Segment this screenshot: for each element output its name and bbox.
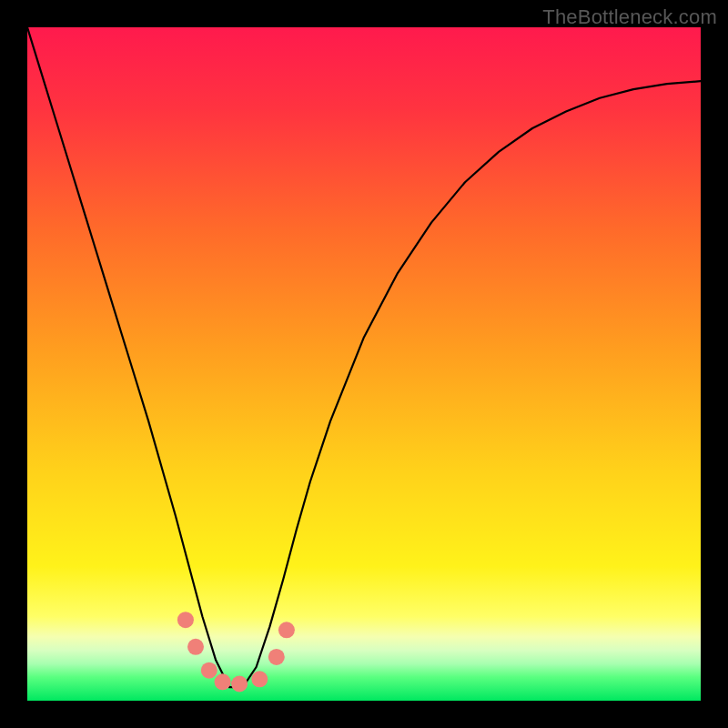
chart-frame: TheBottleneck.com	[0, 0, 728, 728]
watermark-text: TheBottleneck.com	[542, 5, 717, 29]
plot-svg	[27, 27, 701, 701]
highlight-marker	[201, 662, 217, 679]
highlight-marker	[268, 649, 285, 665]
highlight-marker	[278, 622, 295, 638]
plot-area	[27, 27, 701, 701]
gradient-background	[27, 27, 701, 701]
highlight-marker	[251, 671, 268, 687]
highlight-marker	[177, 612, 194, 628]
highlight-marker	[187, 639, 204, 655]
highlight-marker	[215, 673, 231, 690]
highlight-marker	[231, 676, 248, 693]
